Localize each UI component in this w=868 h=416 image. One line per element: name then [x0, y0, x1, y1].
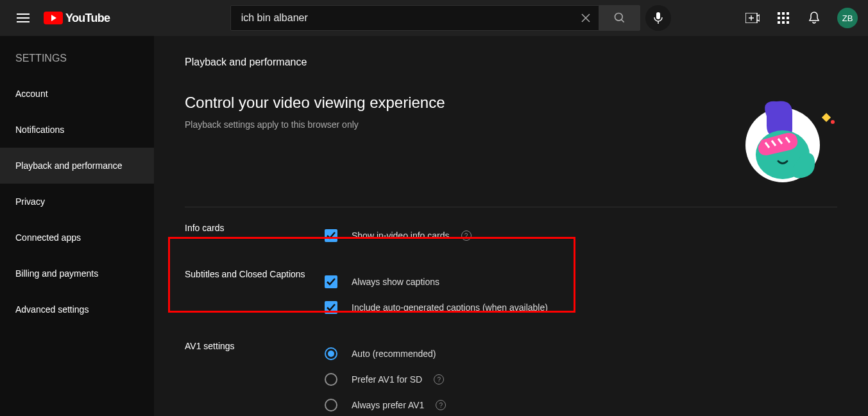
radio-av1-auto[interactable]: [325, 347, 337, 360]
bell-icon: [808, 12, 820, 24]
svg-rect-5: [787, 12, 789, 15]
section-label: AV1 settings: [185, 341, 325, 416]
search-icon: [613, 12, 626, 24]
option-label: Show in-video info cards: [352, 230, 450, 241]
microphone-icon: [654, 12, 663, 24]
help-icon[interactable]: ?: [434, 374, 444, 385]
header: YouTube ZB: [0, 0, 868, 36]
checkbox-info-cards[interactable]: [325, 229, 337, 242]
radio-av1-always[interactable]: [325, 399, 337, 412]
option-label: Include auto-generated captions (when av…: [352, 302, 548, 313]
sidebar-item-playback[interactable]: Playback and performance: [0, 148, 154, 184]
check-icon: [327, 304, 336, 311]
hamburger-icon: [17, 13, 30, 22]
svg-rect-9: [778, 21, 780, 24]
section-label: Subtitles and Closed Captions: [185, 269, 325, 320]
svg-rect-11: [787, 21, 789, 24]
youtube-logo[interactable]: YouTube: [44, 12, 110, 25]
main-content: Playback and performance Control your vi…: [154, 36, 868, 416]
apps-button[interactable]: [770, 5, 796, 31]
sidebar-item-label: Privacy: [15, 196, 45, 207]
option-row: Always prefer AV1 ?: [325, 392, 684, 416]
hero-heading: Control your video viewing experience: [185, 94, 445, 112]
svg-rect-4: [782, 12, 785, 15]
sidebar-item-connected-apps[interactable]: Connected apps: [0, 220, 154, 256]
sidebar-item-privacy[interactable]: Privacy: [0, 184, 154, 220]
svg-point-15: [831, 120, 835, 124]
svg-point-0: [615, 13, 622, 21]
notifications-button[interactable]: [801, 5, 827, 31]
sidebar-item-label: Account: [15, 89, 48, 99]
option-label: Auto (recommended): [352, 349, 436, 359]
sidebar-item-label: Playback and performance: [15, 160, 123, 171]
option-label: Prefer AV1 for SD: [352, 374, 422, 385]
radio-av1-sd[interactable]: [325, 373, 337, 386]
hero-section: Control your video viewing experience Pl…: [185, 94, 837, 207]
svg-rect-10: [782, 21, 785, 24]
sidebar-item-account[interactable]: Account: [0, 76, 154, 112]
hero-illustration: [728, 94, 837, 184]
voice-search-button[interactable]: [645, 5, 671, 31]
search-input[interactable]: [241, 12, 578, 24]
svg-rect-14: [822, 113, 831, 122]
check-icon: [327, 278, 336, 286]
close-icon: [580, 12, 591, 24]
option-row: Auto (recommended): [325, 341, 684, 367]
sidebar-item-label: Advanced settings: [15, 304, 89, 315]
section-av1: AV1 settings Auto (recommended) Prefer A…: [185, 325, 837, 416]
youtube-logo-text: YouTube: [65, 12, 110, 25]
sidebar-item-notifications[interactable]: Notifications: [0, 112, 154, 148]
create-button[interactable]: [740, 5, 765, 31]
sidebar-item-advanced[interactable]: Advanced settings: [0, 291, 154, 327]
page-title: Playback and performance: [185, 56, 837, 68]
youtube-play-icon: [44, 12, 63, 24]
sidebar-item-billing[interactable]: Billing and payments: [0, 256, 154, 291]
option-row: Prefer AV1 for SD ?: [325, 367, 684, 392]
checkbox-always-captions[interactable]: [325, 275, 337, 288]
section-info-cards: Info cards Show in-video info cards ?: [185, 207, 837, 254]
help-icon[interactable]: ?: [436, 400, 446, 410]
section-captions: Subtitles and Closed Captions Always sho…: [185, 254, 837, 325]
create-icon: [745, 13, 760, 23]
avatar[interactable]: ZB: [837, 8, 858, 28]
svg-rect-6: [778, 17, 780, 19]
sidebar-item-label: Connected apps: [15, 232, 81, 243]
option-label: Always show captions: [352, 277, 439, 287]
menu-button[interactable]: [10, 5, 36, 31]
check-icon: [327, 232, 336, 239]
search-box: [230, 5, 599, 31]
svg-rect-3: [778, 12, 780, 15]
option-label: Always prefer AV1: [352, 400, 424, 410]
settings-sidebar: SETTINGS Account Notifications Playback …: [0, 36, 154, 416]
sidebar-title: SETTINGS: [0, 48, 154, 76]
grid-icon: [778, 12, 789, 24]
help-icon[interactable]: ?: [461, 230, 472, 241]
clear-search-button[interactable]: [578, 10, 593, 26]
svg-rect-8: [787, 17, 789, 19]
search-container: [187, 5, 714, 31]
search-button[interactable]: [599, 5, 640, 31]
option-row: Always show captions: [325, 269, 684, 295]
checkbox-auto-captions[interactable]: [325, 301, 337, 314]
option-row: Show in-video info cards ?: [325, 223, 684, 248]
svg-rect-7: [782, 17, 785, 19]
hero-subtext: Playback settings apply to this browser …: [185, 119, 445, 130]
sidebar-item-label: Notifications: [15, 125, 64, 135]
section-label: Info cards: [185, 223, 325, 248]
sidebar-item-label: Billing and payments: [15, 268, 98, 279]
header-actions: ZB: [740, 5, 858, 31]
svg-rect-1: [656, 12, 660, 19]
option-row: Include auto-generated captions (when av…: [325, 295, 684, 320]
